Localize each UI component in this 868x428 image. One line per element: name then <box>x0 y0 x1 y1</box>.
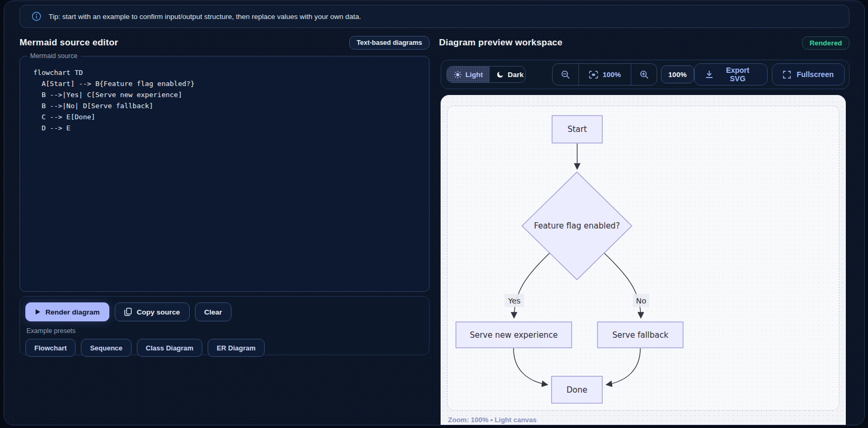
play-icon <box>35 309 41 315</box>
node-done-label: Done <box>566 385 587 395</box>
zoom-fit-label: 100% <box>603 71 621 79</box>
actions-panel: Render diagram Copy source Clear Example… <box>20 296 430 355</box>
code-line: D --> E <box>33 122 424 134</box>
preset-class-diagram-button[interactable]: Class Diagram <box>137 339 202 357</box>
mermaid-flowchart-svg: Yes No Start Feature flag enabled? Serve… <box>447 106 840 411</box>
text-based-diagrams-badge: Text-based diagrams <box>349 36 430 50</box>
fullscreen-icon <box>783 71 791 79</box>
edge-decision-to-no <box>603 252 641 318</box>
theme-toggle: Light Dark <box>446 66 526 83</box>
export-svg-label: Export SVG <box>719 66 757 83</box>
code-line: B -->|Yes| C[Serve new experience] <box>33 89 424 100</box>
mermaid-source-input[interactable]: flowchart TD A[Start] --> B{Feature flag… <box>20 60 429 291</box>
preview-panel-title: Diagram preview workspace <box>439 37 563 48</box>
theme-light-label: Light <box>465 71 483 79</box>
preset-label: Flowchart <box>34 344 67 352</box>
zoom-in-icon <box>640 70 649 79</box>
edge-yes-to-done <box>514 348 547 385</box>
node-serve-fallback-label: Serve fallback <box>612 330 669 340</box>
theme-dark-label: Dark <box>508 71 524 79</box>
mermaid-source-label: Mermaid source <box>27 52 81 60</box>
fullscreen-label: Fullscreen <box>797 70 834 79</box>
node-serve-new-experience-label: Serve new experience <box>470 330 558 340</box>
preset-label: Class Diagram <box>146 344 193 352</box>
fit-to-view-icon <box>589 71 598 79</box>
download-icon <box>705 70 713 79</box>
editor-panel-title: Mermaid source editor <box>20 37 118 48</box>
info-icon <box>32 12 41 21</box>
preset-er-diagram-button[interactable]: ER Diagram <box>208 339 265 357</box>
zoom-level-indicator: 100% <box>661 65 694 83</box>
clear-button[interactable]: Clear <box>195 302 232 321</box>
zoom-fit-button[interactable]: 100% <box>578 64 631 85</box>
zoom-out-icon <box>561 70 570 79</box>
zoom-in-button[interactable] <box>631 64 657 85</box>
moon-icon <box>497 71 504 78</box>
clear-label: Clear <box>204 308 222 316</box>
preset-label: Sequence <box>90 344 122 352</box>
node-start-label: Start <box>567 125 587 134</box>
zoom-out-button[interactable] <box>553 64 578 85</box>
preset-flowchart-button[interactable]: Flowchart <box>25 339 76 357</box>
code-line: A[Start] --> B{Feature flag enabled?} <box>33 78 424 89</box>
tip-text: Tip: start with an example to confirm in… <box>49 13 361 21</box>
tip-banner: Tip: start with an example to confirm in… <box>20 5 850 28</box>
render-diagram-button[interactable]: Render diagram <box>25 302 109 321</box>
mermaid-source-field: Mermaid source flowchart TD A[Start] -->… <box>20 52 430 292</box>
code-line: flowchart TD <box>33 67 424 78</box>
code-line: C --> E[Done] <box>33 111 424 122</box>
preset-sequence-button[interactable]: Sequence <box>81 339 131 357</box>
theme-dark-button[interactable]: Dark <box>490 66 526 82</box>
fullscreen-button[interactable]: Fullscreen <box>772 63 845 85</box>
export-svg-button[interactable]: Export SVG <box>694 63 768 85</box>
rendered-status-badge: Rendered <box>802 36 850 50</box>
edge-label-yes: Yes <box>508 297 520 305</box>
diagram-viewport[interactable]: Yes No Start Feature flag enabled? Serve… <box>447 106 839 411</box>
sun-icon <box>454 71 462 79</box>
code-line: B -->|No| D[Serve fallback] <box>33 100 424 111</box>
preview-toolbar: Light Dark <box>441 60 850 89</box>
zoom-controls: 100% <box>552 63 657 85</box>
diagram-canvas-card: Yes No Start Feature flag enabled? Serve… <box>441 95 846 425</box>
copy-source-label: Copy source <box>137 308 180 316</box>
theme-light-button[interactable]: Light <box>447 66 490 82</box>
copy-icon <box>124 308 132 316</box>
edge-label-no: No <box>636 297 647 305</box>
canvas-status-text: Zoom: 100% • Light canvas <box>448 416 537 424</box>
example-presets-label: Example presets <box>26 327 424 335</box>
edge-no-to-done <box>606 348 640 385</box>
app-frame: Tip: start with an example to confirm in… <box>4 1 865 425</box>
copy-source-button[interactable]: Copy source <box>115 302 190 321</box>
edge-decision-to-yes <box>514 252 551 318</box>
render-diagram-label: Render diagram <box>45 308 100 316</box>
node-decision-label: Feature flag enabled? <box>534 221 620 231</box>
preset-label: ER Diagram <box>217 344 256 352</box>
